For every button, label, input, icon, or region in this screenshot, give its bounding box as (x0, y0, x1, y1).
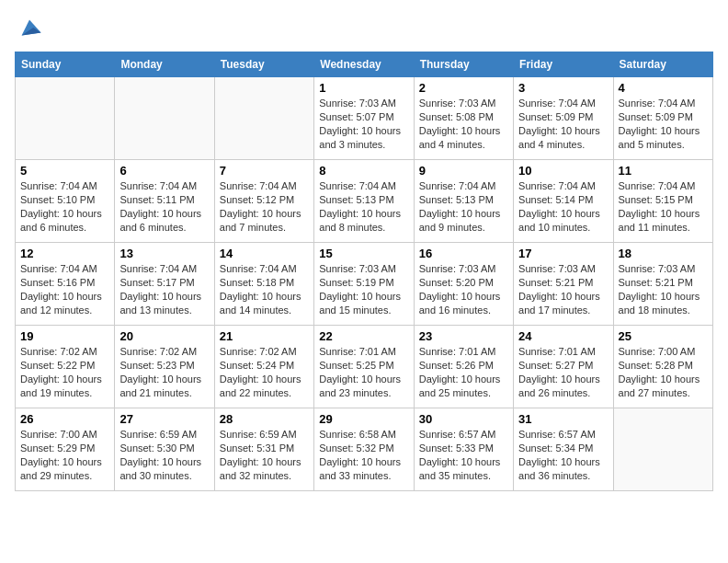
calendar-cell: 18Sunrise: 7:03 AM Sunset: 5:21 PM Dayli… (613, 243, 712, 326)
day-info: Sunrise: 7:03 AM Sunset: 5:20 PM Dayligh… (419, 262, 508, 316)
calendar-header-friday: Friday (514, 52, 613, 77)
day-number: 2 (419, 81, 508, 95)
day-info: Sunrise: 7:02 AM Sunset: 5:23 PM Dayligh… (119, 345, 209, 399)
calendar-cell: 27Sunrise: 6:59 AM Sunset: 5:30 PM Dayli… (115, 408, 214, 491)
calendar-cell: 7Sunrise: 7:04 AM Sunset: 5:12 PM Daylig… (214, 160, 313, 243)
day-info: Sunrise: 7:04 AM Sunset: 5:16 PM Dayligh… (20, 262, 109, 316)
day-info: Sunrise: 7:04 AM Sunset: 5:09 PM Dayligh… (619, 97, 708, 151)
day-number: 12 (20, 247, 109, 260)
calendar-cell: 23Sunrise: 7:01 AM Sunset: 5:26 PM Dayli… (414, 326, 513, 408)
day-number: 3 (518, 81, 608, 95)
day-info: Sunrise: 7:03 AM Sunset: 5:21 PM Dayligh… (619, 262, 708, 316)
day-number: 27 (119, 412, 209, 426)
calendar-header-tuesday: Tuesday (214, 52, 313, 77)
calendar-cell: 2Sunrise: 7:03 AM Sunset: 5:08 PM Daylig… (414, 77, 513, 160)
calendar-header-monday: Monday (115, 52, 214, 77)
day-number: 24 (518, 329, 608, 343)
day-info: Sunrise: 7:03 AM Sunset: 5:08 PM Dayligh… (419, 97, 508, 151)
day-info: Sunrise: 7:00 AM Sunset: 5:28 PM Dayligh… (619, 345, 708, 399)
day-number: 7 (220, 164, 309, 178)
calendar-cell: 13Sunrise: 7:04 AM Sunset: 5:17 PM Dayli… (115, 243, 214, 326)
day-number: 14 (220, 247, 309, 260)
calendar-cell (613, 408, 712, 491)
calendar-cell: 12Sunrise: 7:04 AM Sunset: 5:16 PM Dayli… (16, 243, 115, 326)
calendar-cell: 31Sunrise: 6:57 AM Sunset: 5:34 PM Dayli… (514, 408, 613, 491)
day-number: 16 (419, 247, 508, 260)
day-info: Sunrise: 6:59 AM Sunset: 5:30 PM Dayligh… (119, 428, 209, 482)
day-info: Sunrise: 7:02 AM Sunset: 5:24 PM Dayligh… (220, 345, 309, 399)
logo (15, 15, 42, 40)
calendar-cell: 29Sunrise: 6:58 AM Sunset: 5:32 PM Dayli… (314, 408, 414, 491)
calendar-cell (214, 77, 313, 160)
calendar-header-thursday: Thursday (414, 52, 513, 77)
day-number: 30 (419, 412, 508, 426)
day-info: Sunrise: 7:01 AM Sunset: 5:25 PM Dayligh… (319, 345, 408, 399)
calendar-cell: 17Sunrise: 7:03 AM Sunset: 5:21 PM Dayli… (514, 243, 613, 326)
day-number: 17 (518, 247, 608, 260)
calendar-cell: 26Sunrise: 7:00 AM Sunset: 5:29 PM Dayli… (16, 408, 115, 491)
day-info: Sunrise: 6:59 AM Sunset: 5:31 PM Dayligh… (220, 428, 309, 482)
day-number: 23 (419, 329, 508, 343)
day-info: Sunrise: 7:03 AM Sunset: 5:19 PM Dayligh… (319, 262, 408, 316)
day-number: 18 (619, 247, 708, 260)
calendar-week-2: 5Sunrise: 7:04 AM Sunset: 5:10 PM Daylig… (16, 160, 713, 243)
calendar-body: 1Sunrise: 7:03 AM Sunset: 5:07 PM Daylig… (16, 77, 713, 491)
day-number: 19 (20, 329, 109, 343)
day-number: 20 (119, 329, 209, 343)
day-info: Sunrise: 7:04 AM Sunset: 5:13 PM Dayligh… (319, 179, 408, 234)
day-number: 22 (319, 329, 408, 343)
calendar-header-row: SundayMondayTuesdayWednesdayThursdayFrid… (16, 52, 713, 77)
calendar-cell: 16Sunrise: 7:03 AM Sunset: 5:20 PM Dayli… (414, 243, 513, 326)
calendar-cell: 1Sunrise: 7:03 AM Sunset: 5:07 PM Daylig… (314, 77, 414, 160)
day-number: 26 (20, 412, 109, 426)
page-header (15, 15, 713, 40)
day-number: 28 (220, 412, 309, 426)
calendar-cell (16, 77, 115, 160)
day-info: Sunrise: 7:04 AM Sunset: 5:12 PM Dayligh… (220, 179, 309, 234)
calendar-cell: 5Sunrise: 7:04 AM Sunset: 5:10 PM Daylig… (16, 160, 115, 243)
day-number: 4 (619, 81, 708, 95)
calendar-cell: 30Sunrise: 6:57 AM Sunset: 5:33 PM Dayli… (414, 408, 513, 491)
day-info: Sunrise: 6:57 AM Sunset: 5:33 PM Dayligh… (419, 428, 508, 482)
day-number: 21 (220, 329, 309, 343)
day-number: 11 (619, 164, 708, 178)
calendar-week-4: 19Sunrise: 7:02 AM Sunset: 5:22 PM Dayli… (16, 326, 713, 408)
calendar-cell: 28Sunrise: 6:59 AM Sunset: 5:31 PM Dayli… (214, 408, 313, 491)
calendar-cell: 6Sunrise: 7:04 AM Sunset: 5:11 PM Daylig… (115, 160, 214, 243)
day-info: Sunrise: 7:04 AM Sunset: 5:15 PM Dayligh… (619, 179, 708, 234)
calendar-cell: 15Sunrise: 7:03 AM Sunset: 5:19 PM Dayli… (314, 243, 414, 326)
day-info: Sunrise: 7:04 AM Sunset: 5:13 PM Dayligh… (419, 179, 508, 234)
calendar-cell: 8Sunrise: 7:04 AM Sunset: 5:13 PM Daylig… (314, 160, 414, 243)
calendar-cell: 22Sunrise: 7:01 AM Sunset: 5:25 PM Dayli… (314, 326, 414, 408)
day-number: 10 (518, 164, 608, 178)
day-info: Sunrise: 6:57 AM Sunset: 5:34 PM Dayligh… (518, 428, 608, 482)
day-info: Sunrise: 7:01 AM Sunset: 5:27 PM Dayligh… (518, 345, 608, 399)
calendar-cell: 4Sunrise: 7:04 AM Sunset: 5:09 PM Daylig… (613, 77, 712, 160)
calendar-cell: 9Sunrise: 7:04 AM Sunset: 5:13 PM Daylig… (414, 160, 513, 243)
calendar-header-wednesday: Wednesday (314, 52, 414, 77)
day-number: 13 (119, 247, 209, 260)
day-info: Sunrise: 7:03 AM Sunset: 5:07 PM Dayligh… (319, 97, 408, 151)
day-number: 29 (319, 412, 408, 426)
calendar-cell: 11Sunrise: 7:04 AM Sunset: 5:15 PM Dayli… (613, 160, 712, 243)
day-number: 8 (319, 164, 408, 178)
calendar-cell: 25Sunrise: 7:00 AM Sunset: 5:28 PM Dayli… (613, 326, 712, 408)
calendar-header-saturday: Saturday (613, 52, 712, 77)
day-info: Sunrise: 7:04 AM Sunset: 5:14 PM Dayligh… (518, 179, 608, 234)
calendar-cell (115, 77, 214, 160)
day-info: Sunrise: 7:02 AM Sunset: 5:22 PM Dayligh… (20, 345, 109, 399)
calendar-table: SundayMondayTuesdayWednesdayThursdayFrid… (15, 52, 713, 491)
day-number: 1 (319, 81, 408, 95)
calendar-week-5: 26Sunrise: 7:00 AM Sunset: 5:29 PM Dayli… (16, 408, 713, 491)
logo-icon (17, 15, 42, 40)
day-number: 6 (119, 164, 209, 178)
calendar-cell: 10Sunrise: 7:04 AM Sunset: 5:14 PM Dayli… (514, 160, 613, 243)
day-info: Sunrise: 7:04 AM Sunset: 5:10 PM Dayligh… (20, 179, 109, 234)
day-info: Sunrise: 7:03 AM Sunset: 5:21 PM Dayligh… (518, 262, 608, 316)
calendar-cell: 20Sunrise: 7:02 AM Sunset: 5:23 PM Dayli… (115, 326, 214, 408)
day-info: Sunrise: 7:00 AM Sunset: 5:29 PM Dayligh… (20, 428, 109, 482)
calendar-cell: 24Sunrise: 7:01 AM Sunset: 5:27 PM Dayli… (514, 326, 613, 408)
day-number: 25 (619, 329, 708, 343)
calendar-cell: 19Sunrise: 7:02 AM Sunset: 5:22 PM Dayli… (16, 326, 115, 408)
day-number: 31 (518, 412, 608, 426)
